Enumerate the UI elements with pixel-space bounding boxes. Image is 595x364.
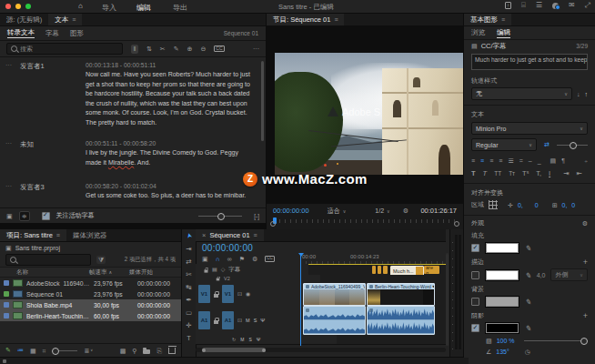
- video-clip[interactable]: AdobeStock_116940499_Vide: [303, 283, 366, 306]
- project-writable-icon[interactable]: ✎: [5, 347, 11, 354]
- find-icon[interactable]: ⚲: [132, 348, 136, 354]
- caption-fragment[interactable]: [378, 266, 381, 274]
- snap-magnet-icon[interactable]: ∩: [216, 256, 220, 262]
- edit-pencil-icon[interactable]: ✎: [174, 46, 179, 52]
- workspaces-icon[interactable]: ☰: [536, 2, 542, 9]
- remove-speaker-icon[interactable]: ⊖: [200, 46, 206, 52]
- panel-menu-icon[interactable]: ≡: [56, 232, 60, 238]
- tab-sequence[interactable]: × Séquence 01≡: [196, 229, 264, 241]
- fit-dropdown[interactable]: 适合∨: [328, 207, 347, 216]
- subtab-transcript[interactable]: 转录文本: [7, 28, 35, 38]
- quick-export-icon[interactable]: ↑: [505, 2, 511, 9]
- track-v2-label[interactable]: V2: [224, 276, 230, 281]
- superscript-icon[interactable]: Tˢ: [522, 169, 529, 177]
- captions-cc-icon[interactable]: CC: [214, 46, 224, 52]
- audio-track-a1-body[interactable]: [303, 306, 446, 336]
- source-patch-a1[interactable]: A1: [198, 311, 210, 329]
- transcript-entry[interactable]: ··· 发言者1 00:00:13:18 - 00:00:51:11 Now c…: [0, 62, 266, 127]
- speaker-label[interactable]: 发言者1: [20, 62, 86, 71]
- panel-menu-icon[interactable]: ≡: [72, 16, 76, 23]
- font-family-dropdown[interactable]: Minion Pro∨: [471, 122, 588, 135]
- ripple-edit-tool[interactable]: ⇄: [182, 255, 196, 268]
- stroke-eyedropper-icon[interactable]: ✐: [523, 271, 532, 278]
- entry-text[interactable]: Get us some coke too. So plus, a deer ha…: [86, 191, 255, 201]
- sync-lock-icon[interactable]: ⊡: [237, 291, 242, 297]
- program-position-timecode[interactable]: 00:00:00:00: [273, 207, 309, 215]
- slider-knob[interactable]: [570, 142, 577, 149]
- slip-tool[interactable]: ↹: [182, 280, 196, 293]
- misspelled-word[interactable]: Mirabelle: [108, 159, 134, 166]
- timeline-settings-icon[interactable]: ⚙: [252, 256, 257, 262]
- justify-last-left-icon[interactable]: ≡: [499, 157, 502, 164]
- panel-menu-icon[interactable]: ≡: [254, 232, 257, 238]
- position-y-value[interactable]: 0: [535, 202, 539, 208]
- zone-grid-icon[interactable]: [489, 200, 498, 209]
- captions-menu-icon[interactable]: CC: [265, 256, 275, 262]
- traffic-close-button[interactable]: [5, 4, 11, 9]
- caption-fragment[interactable]: [383, 266, 388, 274]
- caption-visibility-icon[interactable]: ◇: [221, 267, 226, 272]
- audio-clip[interactable]: [367, 306, 435, 335]
- type-tool[interactable]: T: [182, 331, 196, 344]
- shadow-angle-value[interactable]: 135°: [496, 349, 509, 355]
- stroke-type-dropdown[interactable]: 外侧∨: [550, 268, 588, 281]
- paragraph-icon[interactable]: ¶: [561, 157, 565, 164]
- align-left-icon[interactable]: ≡: [471, 157, 475, 164]
- solo-track-button[interactable]: S: [254, 318, 257, 323]
- voiceover-record-icon[interactable]: Ψ: [257, 337, 261, 342]
- align-center-icon[interactable]: ≡: [480, 157, 484, 164]
- caption-text-field[interactable]: Much harder to just get a shot and to ke…: [471, 54, 588, 70]
- speaker-label[interactable]: 未知: [20, 140, 86, 149]
- timeline-v-scrollbar[interactable]: [446, 253, 449, 346]
- shadow-opacity-value[interactable]: 100 %: [497, 338, 515, 344]
- font-size-slider[interactable]: [557, 145, 588, 146]
- track-target-a1[interactable]: A1: [222, 311, 234, 329]
- solo-track-button[interactable]: S: [248, 337, 251, 342]
- project-item[interactable]: AdobeStock_116940499_V... 23,976 fps 00:…: [0, 278, 181, 288]
- nest-insert-icon[interactable]: ▣: [202, 256, 208, 262]
- sync-lock-icon[interactable]: ⊡: [237, 318, 242, 323]
- stroke-width-value[interactable]: 4,0: [537, 272, 546, 278]
- tab-project[interactable]: 项目: Sans titre≡: [0, 229, 66, 241]
- follow-caption-checkbox[interactable]: [42, 212, 50, 220]
- project-item[interactable]: Séquence 01 23,976 fps 00:00:00:00: [0, 288, 181, 299]
- fill-color-swatch[interactable]: [485, 242, 519, 254]
- view-toggle-icon[interactable]: ≑: [19, 211, 30, 221]
- add-shadow-icon[interactable]: +: [583, 312, 588, 320]
- tracking-icon[interactable]: ⇤: [576, 169, 581, 177]
- sort-icons[interactable]: ≣∨: [84, 348, 93, 354]
- push-style-icon[interactable]: ↓: [577, 91, 580, 97]
- menu-export[interactable]: 导出: [173, 3, 187, 13]
- hand-tool[interactable]: ✛: [182, 318, 196, 331]
- project-search[interactable]: [5, 254, 91, 266]
- video-clip[interactable]: Berlin-Heart-Touching-Word ❤..: [367, 283, 435, 306]
- timeline-position-timecode[interactable]: 00:00:00:00: [202, 243, 253, 253]
- playhead-caret[interactable]: [298, 253, 304, 257]
- add-marker-icon[interactable]: ⚑: [239, 256, 245, 262]
- anchor-x-value[interactable]: 0,: [562, 202, 568, 208]
- align-bottom-icon[interactable]: _: [538, 157, 541, 164]
- slider-knob[interactable]: [580, 338, 588, 345]
- text-box-icon[interactable]: ▤: [550, 157, 557, 164]
- panel-menu-icon[interactable]: ≡: [501, 16, 505, 23]
- track-lock-icon[interactable]: [217, 278, 220, 280]
- speaker-label[interactable]: 发言者3: [20, 183, 86, 192]
- transcript-list[interactable]: ··· 发言者1 00:00:13:18 - 00:00:51:11 Now c…: [0, 56, 266, 208]
- voiceover-record-icon[interactable]: Ψ: [260, 318, 265, 323]
- angle-dial-icon[interactable]: ◷: [525, 349, 530, 355]
- small-caps-icon[interactable]: Tᴛ: [509, 170, 515, 177]
- sync-lock-icon[interactable]: ↻: [232, 338, 236, 342]
- position-icon[interactable]: ✛: [508, 202, 513, 208]
- all-caps-icon[interactable]: TT: [494, 170, 501, 177]
- eg-tab-edit[interactable]: 编辑: [497, 28, 510, 38]
- mute-track-button[interactable]: M: [240, 337, 244, 342]
- clear-icon[interactable]: [168, 348, 176, 354]
- label-color-chip[interactable]: [4, 313, 9, 318]
- appearance-options-icon[interactable]: ⚙: [582, 220, 588, 227]
- traffic-zoom-button[interactable]: [25, 4, 31, 9]
- tab-media-browser[interactable]: 媒体浏览器: [66, 229, 114, 241]
- item-name[interactable]: AdobeStock_116940499_V...: [26, 280, 90, 287]
- label-color-chip[interactable]: [4, 280, 9, 286]
- background-eyedropper-icon[interactable]: ✐: [523, 298, 532, 305]
- label-color-chip[interactable]: [4, 302, 9, 308]
